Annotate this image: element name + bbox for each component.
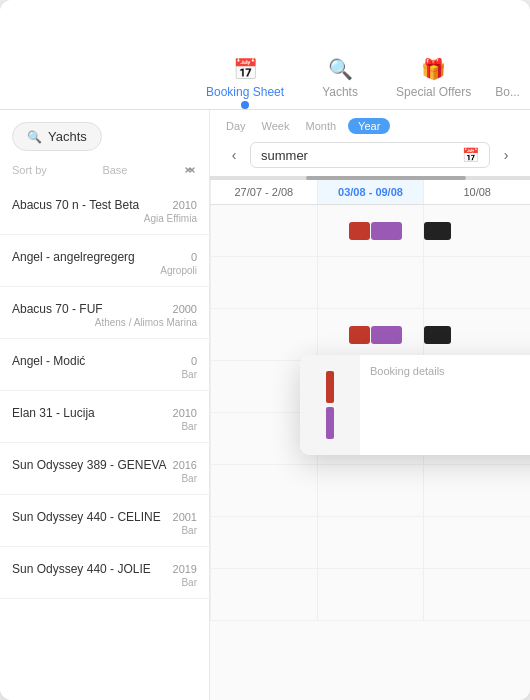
grid-cell <box>210 465 317 516</box>
boat-base: Bar <box>181 577 197 588</box>
nav-prev-button[interactable]: ‹ <box>222 143 246 167</box>
col-header-0: 27/07 - 2/08 <box>210 180 317 204</box>
booking-block <box>371 222 403 240</box>
grid-row-0 <box>210 205 530 257</box>
list-item[interactable]: Angel - angelregregerg 0 Agropoli <box>0 235 209 287</box>
sort-bar: Sort by Base <box>0 159 209 183</box>
list-item[interactable]: Sun Odyssey 440 - CELINE 2001 Bar <box>0 495 209 547</box>
col-header-1: 03/08 - 09/08 <box>317 180 424 204</box>
list-item[interactable]: Abacus 70 - FUF 2000 Athens / Alimos Mar… <box>0 287 209 339</box>
grid-cell <box>423 257 530 308</box>
grid-cell <box>317 465 424 516</box>
nav-next-button[interactable]: › <box>494 143 518 167</box>
calendar-icon: 📅 <box>233 57 258 81</box>
grid-row-6 <box>210 517 530 569</box>
booking-block <box>424 326 450 344</box>
booking-block <box>349 326 370 344</box>
grid-cell <box>210 569 317 620</box>
tab-bar: 📅 Booking Sheet 🔍 Yachts 🎁 Special Offer… <box>0 0 530 110</box>
grid-cell <box>317 205 424 256</box>
boat-year: 2010 <box>173 199 197 211</box>
boat-year: 2010 <box>173 407 197 419</box>
grid-cell <box>210 309 317 360</box>
search-icon-sm: 🔍 <box>27 130 42 144</box>
boat-name: Sun Odyssey 389 - GENEVA <box>12 458 167 472</box>
boat-name: Angel - angelregregerg <box>12 250 135 264</box>
time-pill-year[interactable]: Year <box>348 118 390 134</box>
calendar-controls: Day Week Month Year <box>210 110 530 138</box>
hover-card-left <box>300 355 360 455</box>
list-item[interactable]: Abacus 70 n - Test Beta 2010 Agia Effimi… <box>0 183 209 235</box>
hover-card-content: Booking details <box>360 355 530 455</box>
list-item[interactable]: Sun Odyssey 389 - GENEVA 2016 Bar <box>0 443 209 495</box>
boat-base: Agia Effimia <box>144 213 197 224</box>
grid-cell <box>423 309 530 360</box>
date-nav: ‹ summer 📅 › <box>210 138 530 176</box>
booking-block <box>424 222 450 240</box>
grid-row-5 <box>210 465 530 517</box>
tab-special-offers[interactable]: 🎁 Special Offers <box>380 49 487 109</box>
grid-header: 27/07 - 2/08 03/08 - 09/08 10/08 <box>210 180 530 205</box>
tab-booking-sheet[interactable]: 📅 Booking Sheet <box>190 49 300 109</box>
grid-cell <box>423 569 530 620</box>
grid-row-7 <box>210 569 530 621</box>
hover-bar-red <box>326 371 334 403</box>
hover-card-info: Booking details <box>370 365 530 377</box>
booking-block <box>371 326 403 344</box>
list-item[interactable]: Angel - Modić 0 Bar <box>0 339 209 391</box>
boat-name: Angel - Modić <box>12 354 85 368</box>
base-label: Base <box>102 164 127 176</box>
list-item[interactable]: Sun Odyssey 440 - JOLIE 2019 Bar <box>0 547 209 599</box>
boat-name: Sun Odyssey 440 - CELINE <box>12 510 161 524</box>
tab-more-label: Bo... <box>495 85 520 99</box>
grid-cell <box>210 257 317 308</box>
search-icon: 🔍 <box>328 57 353 81</box>
grid-cell <box>317 569 424 620</box>
left-sidebar: 🔍 Yachts Sort by Base Abacus 70 n - <box>0 110 210 700</box>
boat-base: Agropoli <box>160 265 197 276</box>
col-header-2: 10/08 <box>423 180 530 204</box>
search-pill[interactable]: 🔍 Yachts <box>12 122 102 151</box>
time-pill-month[interactable]: Month <box>301 118 340 134</box>
boat-name: Abacus 70 - FUF <box>12 302 103 316</box>
grid-cell <box>210 517 317 568</box>
grid-cell <box>210 205 317 256</box>
sort-label: Sort by <box>12 164 47 176</box>
search-pill-label: Yachts <box>48 129 87 144</box>
gift-icon: 🎁 <box>421 57 446 81</box>
tab-yachts-label: Yachts <box>322 85 358 99</box>
date-input-box[interactable]: summer 📅 <box>250 142 490 168</box>
search-area: 🔍 Yachts <box>0 110 209 159</box>
tab-booking-sheet-label: Booking Sheet <box>206 85 284 99</box>
boat-name: Sun Odyssey 440 - JOLIE <box>12 562 151 576</box>
calendar-area: Day Week Month Year ‹ summer 📅 › <box>210 110 530 700</box>
tab-more[interactable]: Bo... <box>487 73 528 109</box>
tab-special-offers-label: Special Offers <box>396 85 471 99</box>
time-pill-day[interactable]: Day <box>222 118 250 134</box>
grid-cell <box>423 205 530 256</box>
boat-base: Bar <box>181 421 197 432</box>
tab-yachts[interactable]: 🔍 Yachts <box>300 49 380 109</box>
boat-name: Abacus 70 n - Test Beta <box>12 198 139 212</box>
grid-cell <box>317 309 424 360</box>
grid-cell <box>317 257 424 308</box>
boat-base: Bar <box>181 525 197 536</box>
date-text: summer <box>261 148 308 163</box>
boat-base: Athens / Alimos Marina <box>95 317 197 328</box>
grid-cell <box>317 517 424 568</box>
boat-year: 2019 <box>173 563 197 575</box>
boat-year: 0 <box>191 355 197 367</box>
grid-cell <box>423 517 530 568</box>
sort-chevron-icon <box>183 163 197 177</box>
list-item[interactable]: Elan 31 - Lucija 2010 Bar <box>0 391 209 443</box>
boat-year: 2000 <box>173 303 197 315</box>
boat-name: Elan 31 - Lucija <box>12 406 95 420</box>
booking-block <box>349 222 370 240</box>
time-pill-week[interactable]: Week <box>258 118 294 134</box>
boat-year: 0 <box>191 251 197 263</box>
sort-icon[interactable] <box>183 163 197 177</box>
boat-base: Bar <box>181 473 197 484</box>
calendar-icon[interactable]: 📅 <box>462 147 479 163</box>
time-pills: Day Week Month Year <box>222 118 390 134</box>
hover-bar-purple <box>326 407 334 439</box>
